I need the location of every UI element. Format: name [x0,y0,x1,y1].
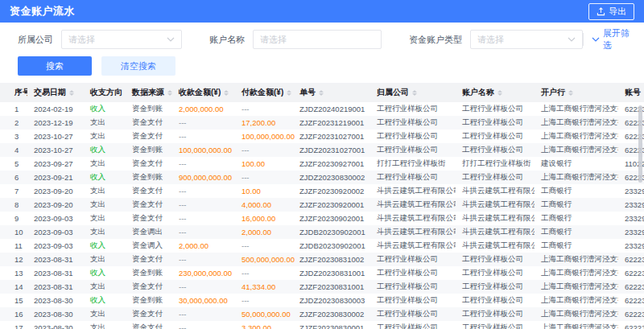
cell-pay: --- [235,143,293,157]
sort-icon[interactable] [568,90,573,97]
sort-icon[interactable] [287,90,291,97]
sort-icon[interactable] [69,90,74,97]
cell-account_no: 62223011... [618,321,644,329]
transactions-table: 序号交易日期收支方向数据来源收款金额(¥)付款金额(¥)单号归属公司账户名称开户… [0,83,644,329]
table-row: 132023-08-31收入资金到账230,000,000.00---ZJDZ2… [0,266,644,280]
vertical-scrollbar[interactable] [638,105,642,183]
cell-no: 2 [0,116,27,130]
cell-order_no: ZJZF20230920001 [293,198,370,212]
cell-account: 工程行业样板公司 [456,130,535,143]
column-header[interactable]: 付款金额(¥) [235,83,293,102]
cell-source: 资金调出 [126,225,172,239]
cell-receive: 230,000,000.00 [172,266,235,280]
cell-direction: 支出 [84,184,126,198]
cell-account_no: 23329499... [618,198,644,212]
column-label: 开户行 [541,88,565,97]
cell-date: 2023-12-19 [27,116,84,130]
clear-search-button[interactable]: 清空搜索 [101,56,175,76]
column-label: 收款金额(¥) [179,88,221,97]
cell-receive: --- [172,130,235,143]
cell-source: 资金支付 [126,198,172,212]
cell-receive: 900,000,000.00 [172,171,235,184]
expand-filters-button[interactable]: 展开筛选 [583,33,633,46]
cell-direction: 支出 [84,130,126,143]
cell-no: 6 [0,171,27,184]
column-label: 序号 [14,88,27,97]
cell-bank: 工商银行 [535,239,618,253]
cell-direction: 收入 [84,143,126,157]
column-header[interactable]: 单号 [293,83,370,102]
column-header[interactable]: 收支方向 [84,83,126,102]
cell-date: 2023-09-03 [27,225,84,239]
cell-direction: 支出 [84,321,126,329]
account-type-select[interactable]: 请选择 [470,30,583,49]
cell-bank: 上海工商银行漕河泾支行 [535,253,618,266]
cell-source: 资金支付 [126,321,172,329]
export-button-label: 导出 [609,6,626,18]
cell-account: 工程行业样板公司 [456,253,535,266]
cell-direction: 收入 [84,266,126,280]
cell-order_no: ZJZF20231219001 [293,116,370,130]
table-row: 52023-09-27支出资金支付---100.00ZJZF2023092700… [0,157,644,171]
cell-pay: 10.00 [235,184,293,198]
cell-order_no: ZJDZ20231027001 [293,143,370,157]
cell-no: 9 [0,212,27,225]
table-body: 12024-02-19收入资金到账2,000,000.00---ZJDZ2024… [0,102,644,329]
cell-direction: 支出 [84,198,126,212]
export-button[interactable]: 导出 [588,3,634,20]
cell-no: 4 [0,143,27,157]
cell-source: 资金到账 [126,102,172,116]
cell-pay: 16,000.00 [235,212,293,225]
cell-date: 2023-08-30 [27,294,84,307]
cell-date: 2023-09-03 [27,239,84,253]
column-label: 交易日期 [34,88,66,97]
cell-order_no: ZJZF20230902001 [293,212,370,225]
cell-bank: 上海工商银行漕河泾支行 [535,171,618,184]
cell-account_no: 62223011... [618,307,644,321]
cell-bank: 上海工商银行漕河泾支行 [535,294,618,307]
filter-row: 所属公司 请选择 账户名称 资金账户类型 请选择 展开筛选 [18,30,633,49]
sort-icon[interactable] [412,90,417,97]
cell-direction: 支出 [84,157,126,171]
cell-direction: 支出 [84,253,126,266]
sort-icon[interactable] [497,90,502,97]
transactions-table-grid: 序号交易日期收支方向数据来源收款金额(¥)付款金额(¥)单号归属公司账户名称开户… [0,83,644,329]
cell-direction: 收入 [84,102,126,116]
cell-pay: 2,000.00 [235,225,293,239]
column-label: 付款金额(¥) [242,88,283,97]
search-button[interactable]: 搜索 [18,56,92,76]
cell-date: 2023-09-20 [27,198,84,212]
account-type-filter-label: 资金账户类型 [409,34,462,46]
sort-icon[interactable] [319,90,324,97]
column-header[interactable]: 收款金额(¥) [172,83,235,102]
expand-filters-label: 展开筛选 [603,27,633,51]
page-header: 资金账户流水 导出 [0,0,644,23]
column-header[interactable]: 开户行 [535,83,618,102]
column-header[interactable]: 账号 [618,83,644,102]
cell-receive: --- [172,280,235,294]
page-title: 资金账户流水 [10,4,75,19]
sort-icon[interactable] [167,90,172,97]
column-header[interactable]: 数据来源 [126,83,172,102]
sort-icon[interactable] [224,90,229,97]
cell-no: 15 [0,294,27,307]
cell-company: 工程行业样板公司 [370,307,456,321]
cell-date: 2023-09-21 [27,171,84,184]
column-header[interactable]: 账户名称 [456,83,535,102]
cell-order_no: ZJZF20230920002 [293,184,370,198]
cell-account: 打打工程行业样板街 [456,157,535,171]
column-header[interactable]: 归属公司 [370,83,456,102]
cell-order_no: ZJDZ20230831001 [293,266,370,280]
cell-account: 斗拱云建筑工程有限公司 [456,239,535,253]
cell-account: 工程行业样板公司 [456,102,535,116]
account-name-input[interactable] [253,30,382,49]
cell-account_no: 23329499... [618,239,644,253]
table-row: 42023-10-27收入资金到账100,000,000.00---ZJDZ20… [0,143,644,157]
cell-company: 工程行业样板公司 [370,294,456,307]
table-row: 102023-09-03支出资金调出---2,000.00ZJDB2023090… [0,225,644,239]
column-header[interactable]: 交易日期 [27,83,84,102]
cell-receive: 2,000,000.00 [172,102,235,116]
table-row: 122023-08-31支出资金支付---500,000,000.00ZJZF2… [0,253,644,266]
chevron-down-icon [568,37,576,42]
company-select[interactable]: 请选择 [61,30,182,49]
